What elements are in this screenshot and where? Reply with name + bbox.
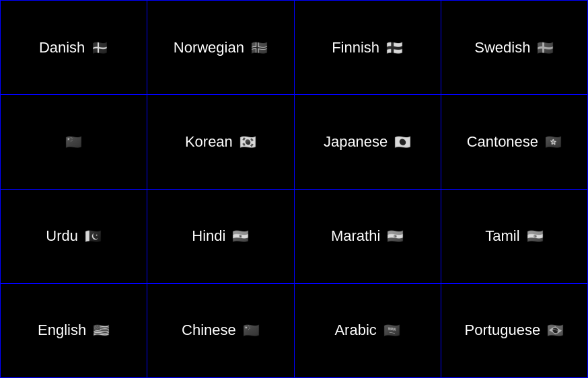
language-grid: Danish🇩🇰Norwegian🇳🇴Finnish🇫🇮Swedish🇸🇪🇨🇳K… (0, 0, 588, 378)
language-flag: 🇫🇮 (386, 40, 403, 56)
language-cell-korean[interactable]: Korean🇰🇷 (147, 95, 294, 189)
language-label: Finnish (332, 39, 379, 56)
language-cell-urdu[interactable]: Urdu🇵🇰 (1, 190, 147, 284)
language-cell-japanese[interactable]: Japanese🇯🇵 (295, 95, 441, 189)
language-cell-marathi[interactable]: Marathi🇮🇳 (295, 190, 441, 284)
language-cell-finnish[interactable]: Finnish🇫🇮 (295, 1, 441, 95)
language-flag: 🇰🇷 (240, 134, 256, 150)
language-label: Japanese (324, 133, 388, 151)
language-label: Marathi (331, 227, 380, 245)
language-flag: 🇨🇳 (65, 134, 82, 150)
language-cell-chinese[interactable]: Chinese🇨🇳 (147, 284, 294, 378)
language-cell-danish[interactable]: Danish🇩🇰 (1, 1, 147, 95)
language-cell-tamil[interactable]: Tamil🇮🇳 (441, 190, 588, 284)
language-flag: 🇯🇵 (394, 134, 411, 150)
language-cell-cantonese[interactable]: Cantonese🇭🇰 (441, 95, 588, 189)
language-flag: 🇭🇰 (545, 134, 562, 150)
language-label: Tamil (485, 227, 519, 245)
language-flag: 🇳🇴 (251, 40, 268, 56)
language-label: English (38, 322, 86, 339)
language-label: Arabic (334, 322, 376, 339)
language-cell-hindi[interactable]: Hindi🇮🇳 (147, 190, 294, 284)
language-cell-english[interactable]: English🇺🇸 (1, 284, 147, 378)
language-label: Swedish (474, 39, 530, 56)
language-cell-chinese-partial[interactable]: 🇨🇳 (1, 95, 147, 189)
language-label: Danish (39, 39, 85, 56)
language-flag: 🇮🇳 (232, 228, 249, 244)
language-label: Norwegian (174, 39, 244, 56)
language-flag: 🇵🇰 (85, 228, 102, 244)
language-flag: 🇮🇳 (387, 228, 404, 244)
language-flag: 🇨🇳 (243, 322, 260, 338)
language-cell-portuguese[interactable]: Portuguese🇧🇷 (441, 284, 588, 378)
language-cell-norwegian[interactable]: Norwegian🇳🇴 (147, 1, 294, 95)
language-flag: 🇧🇷 (547, 322, 564, 338)
language-label: Portuguese (465, 322, 541, 339)
language-flag: 🇸🇦 (383, 322, 400, 338)
language-flag: 🇩🇰 (91, 40, 108, 56)
language-label: Hindi (192, 227, 225, 245)
language-label: Korean (185, 133, 233, 151)
language-label: Cantonese (467, 133, 538, 151)
language-cell-swedish[interactable]: Swedish🇸🇪 (441, 1, 588, 95)
language-cell-arabic[interactable]: Arabic🇸🇦 (295, 284, 441, 378)
language-label: Urdu (46, 227, 78, 245)
language-flag: 🇺🇸 (93, 322, 110, 338)
language-label: Chinese (182, 322, 236, 339)
language-flag: 🇸🇪 (537, 40, 554, 56)
language-flag: 🇮🇳 (527, 228, 544, 244)
